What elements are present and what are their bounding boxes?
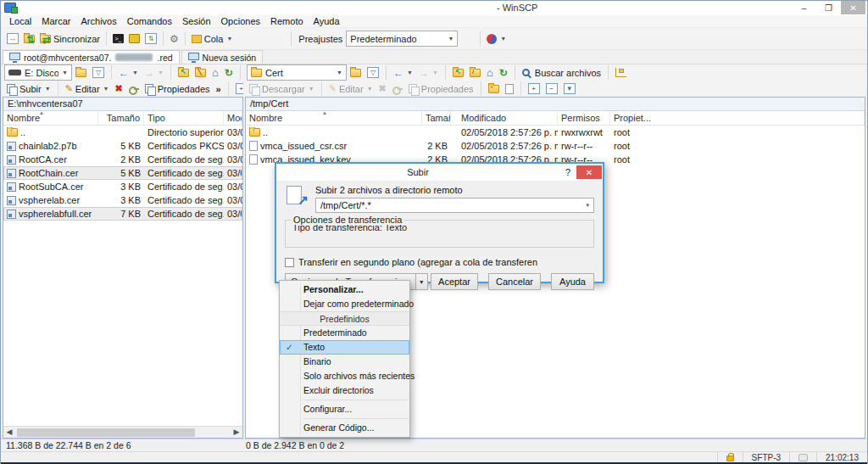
menu-sesion[interactable]: Sesión: [177, 15, 216, 28]
dialog-help-button[interactable]: ?: [559, 167, 576, 177]
delete-button[interactable]: ✖: [113, 81, 125, 97]
forward-button[interactable]: →▼: [142, 64, 166, 81]
encryption-status[interactable]: [717, 452, 743, 463]
new-folder-button[interactable]: *: [486, 81, 502, 97]
root-directory-button[interactable]: /: [467, 64, 483, 81]
minimize-button[interactable]: –: [792, 1, 816, 14]
home-directory-button[interactable]: ⌂: [209, 64, 221, 81]
refresh-button[interactable]: ↻: [222, 64, 236, 81]
column-header-nombre[interactable]: ▲Nombre: [3, 111, 98, 125]
find-files-button[interactable]: Buscar archivos: [520, 64, 604, 81]
file-row[interactable]: RootCA.cer 2 KB Certificado de seg... 03…: [3, 153, 242, 166]
synchronize-button[interactable]: ⇄Sincronizar: [37, 30, 103, 48]
queue-button[interactable]: Cola▼: [189, 30, 236, 48]
close-button[interactable]: ✕: [841, 1, 865, 14]
preferences-button[interactable]: ⚙: [167, 30, 181, 48]
expand-button[interactable]: +: [233, 81, 243, 97]
tree-view-button[interactable]: [613, 64, 629, 81]
scroll-right-icon[interactable]: ▶: [231, 427, 242, 438]
upload-path-combobox[interactable]: /tmp/Cert/*.* ▾: [315, 198, 594, 213]
scroll-left-icon[interactable]: ◀: [3, 427, 15, 438]
column-header-tipo[interactable]: Tipo: [144, 111, 224, 125]
menu-item-texto-selected[interactable]: ✓Texto: [280, 340, 409, 355]
forward-button[interactable]: →▼: [416, 64, 441, 81]
column-header-nombre[interactable]: ▲Nombre: [246, 111, 422, 125]
menu-item-dejar-predeterminado[interactable]: Dejar como predeterminado: [280, 297, 409, 311]
preset-combobox[interactable]: Predeterminado▼: [346, 31, 458, 47]
drive-combobox[interactable]: E: Disco extra▼: [4, 64, 72, 81]
menu-ayuda[interactable]: Ayuda: [309, 15, 345, 28]
menu-remoto[interactable]: Remoto: [265, 15, 309, 28]
edit-button[interactable]: ✎Editar▼: [63, 81, 112, 97]
open-terminal-button[interactable]: >_: [110, 30, 126, 48]
chevron-down-icon[interactable]: ▼: [416, 273, 428, 290]
refresh-button[interactable]: ↻: [497, 64, 510, 81]
properties-button[interactable]: Propiedades: [142, 81, 213, 97]
horizontal-scrollbar[interactable]: ◀ ▶: [3, 426, 242, 438]
rename-button[interactable]: [390, 81, 405, 97]
restore-button[interactable]: ❐: [816, 1, 841, 14]
remote-dir-combobox[interactable]: Cert▼: [247, 64, 347, 81]
file-row-selected[interactable]: RootChain.cer 5 KB Certificado de seg...…: [3, 166, 242, 180]
edit-button[interactable]: ✎Editar▼: [326, 81, 376, 97]
transfer-settings-button[interactable]: ▼: [484, 30, 509, 48]
rename-button[interactable]: [126, 81, 142, 97]
transfer-queue-button[interactable]: ⇅: [142, 30, 159, 48]
menu-item-binario[interactable]: Binario: [280, 355, 409, 369]
menu-archivos[interactable]: Archivos: [76, 15, 122, 28]
properties-button[interactable]: Propiedades: [406, 81, 476, 97]
filter-button[interactable]: ▽: [364, 64, 381, 81]
back-button[interactable]: ←▼: [391, 64, 415, 81]
filter-list-button[interactable]: ▼: [561, 81, 578, 97]
new-file-button[interactable]: [503, 81, 516, 97]
protocol-status[interactable]: SFTP-3: [743, 452, 789, 463]
download-button[interactable]: Descargar▼: [247, 81, 317, 97]
help-button[interactable]: Ayuda: [551, 273, 594, 290]
open-directory-button[interactable]: [348, 64, 364, 81]
column-header-modificado[interactable]: Modificado: [458, 111, 558, 125]
compare-directories-button[interactable]: ↔: [4, 30, 21, 48]
column-header-propietario[interactable]: Propiet...: [610, 111, 865, 125]
background-transfer-checkbox[interactable]: [285, 258, 294, 267]
open-directory-button[interactable]: [73, 64, 89, 81]
parent-directory-button[interactable]: ↖: [175, 64, 192, 81]
menu-item-solo-recientes[interactable]: Solo archivos más recientes: [280, 369, 409, 383]
file-row-parent[interactable]: ↑.. 02/05/2018 2:57:26 p. m. rwxrwxrwt r…: [246, 126, 865, 139]
menu-comandos[interactable]: Comandos: [122, 15, 177, 28]
delete-button[interactable]: ✖: [376, 81, 389, 97]
remote-path-bar[interactable]: /tmp/Cert: [246, 98, 865, 111]
menu-item-generar-codigo[interactable]: Generar Código...: [280, 421, 409, 435]
local-path-bar[interactable]: E:\mhvcentersa07: [3, 98, 242, 111]
column-header-modificado[interactable]: Moc: [224, 111, 242, 125]
back-button[interactable]: ←▼: [116, 64, 141, 81]
menu-item-predeterminado[interactable]: Predeterminado: [280, 326, 409, 340]
file-row-parent[interactable]: ↑.. Directorio superior 03/0: [3, 126, 242, 139]
dialog-close-button[interactable]: ✕: [576, 165, 602, 179]
column-header-tamano[interactable]: Tamaño: [422, 111, 451, 125]
collapse-button[interactable]: −: [543, 81, 560, 97]
home-directory-button[interactable]: ⌂: [484, 64, 496, 81]
filter-button[interactable]: ▽: [90, 64, 107, 81]
file-row[interactable]: chainlab2.p7b 5 KB Certificados PKCS ...…: [3, 139, 242, 153]
expand-button[interactable]: +: [526, 81, 542, 97]
root-directory-button[interactable]: ╲: [192, 64, 209, 81]
scrollbar-thumb[interactable]: [17, 428, 195, 437]
notifications-status[interactable]: [789, 452, 816, 463]
file-row-selected[interactable]: vspherelabfull.cer 7 KB Certificado de s…: [3, 207, 242, 221]
file-row[interactable]: vmca_issued_csr.csr 2 KB 02/05/2018 2:57…: [246, 139, 865, 153]
session-tab-active[interactable]: root@mhvcentersa07..red: [3, 50, 180, 64]
menu-marcar[interactable]: Marcar: [36, 15, 75, 28]
file-row[interactable]: vspherelab.cer 3 KB Certificado de seg..…: [3, 193, 242, 207]
column-header-permisos[interactable]: Permisos: [558, 111, 610, 125]
cancel-button[interactable]: Cancelar: [488, 273, 541, 290]
menu-item-configurar[interactable]: Configurar...: [280, 402, 409, 416]
open-putty-button[interactable]: [126, 30, 142, 48]
toolbar-overflow-button[interactable]: »: [214, 81, 224, 97]
menu-local[interactable]: Local: [4, 15, 36, 28]
menu-opciones[interactable]: Opciones: [216, 15, 265, 28]
new-session-tab[interactable]: Nueva sesión: [181, 50, 264, 64]
column-header-tamano[interactable]: Tamaño: [98, 111, 144, 125]
menu-item-excluir-directorios[interactable]: Excluir directorios: [280, 383, 409, 398]
sync-browsing-button[interactable]: ⇅: [21, 30, 37, 48]
upload-button[interactable]: Subir▼: [4, 81, 53, 97]
